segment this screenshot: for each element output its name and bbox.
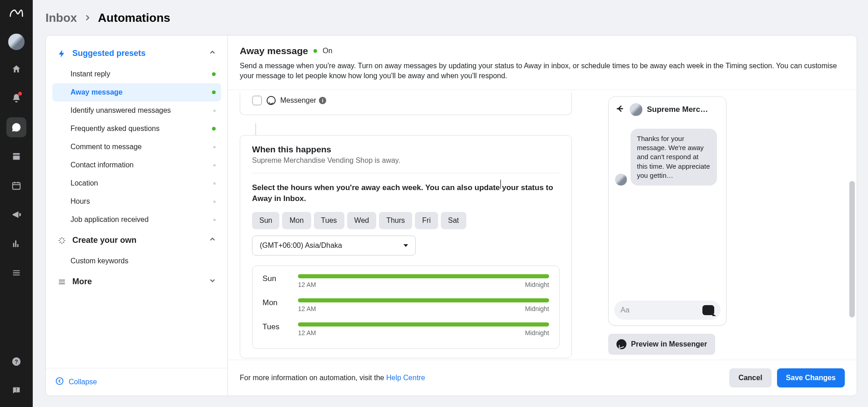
preset-label: Instant reply bbox=[71, 70, 110, 78]
day-pill-mon[interactable]: Mon bbox=[282, 212, 311, 229]
ads-icon[interactable] bbox=[6, 205, 26, 225]
planner-icon[interactable] bbox=[6, 176, 26, 196]
svg-point-4 bbox=[56, 378, 63, 385]
divider bbox=[252, 173, 560, 173]
menu-icon[interactable] bbox=[6, 263, 26, 283]
when-title: When this happens bbox=[252, 145, 560, 155]
preset-label: Custom keywords bbox=[71, 257, 128, 265]
preview-button-label: Preview in Messenger bbox=[631, 340, 707, 348]
day-pill-wed[interactable]: Wed bbox=[347, 212, 377, 229]
text-cursor-icon bbox=[500, 180, 501, 189]
insights-icon[interactable] bbox=[6, 234, 26, 254]
preview-in-messenger-button[interactable]: Preview in Messenger bbox=[608, 334, 715, 355]
day-pill-sun[interactable]: Sun bbox=[252, 212, 279, 229]
status-dot-icon bbox=[213, 201, 216, 203]
preset-contact-info[interactable]: Contact information bbox=[52, 156, 221, 174]
preset-location[interactable]: Location bbox=[52, 174, 221, 192]
when-this-happens-panel: When this happens Supreme Merchandise Ve… bbox=[240, 135, 572, 359]
sparkle-icon bbox=[57, 236, 67, 245]
help-centre-link[interactable]: Help Centre bbox=[386, 374, 425, 382]
day-pill-sat[interactable]: Sat bbox=[441, 212, 466, 229]
messenger-label: Messenger i bbox=[280, 96, 326, 105]
profile-avatar[interactable] bbox=[8, 34, 25, 50]
create-your-own-header[interactable]: Create your own bbox=[49, 229, 225, 252]
timezone-value: (GMT+06:00) Asia/Dhaka bbox=[260, 241, 342, 250]
preset-faq[interactable]: Frequently asked questions bbox=[52, 120, 221, 138]
save-changes-button[interactable]: Save Changes bbox=[777, 368, 845, 387]
lightning-icon bbox=[57, 49, 67, 58]
chevron-up-icon bbox=[208, 235, 217, 246]
posts-icon[interactable] bbox=[6, 146, 26, 166]
meta-logo-icon bbox=[10, 6, 23, 22]
preset-custom-keywords[interactable]: Custom keywords bbox=[52, 252, 221, 270]
schedule-end-label: Midnight bbox=[525, 281, 549, 288]
caret-down-icon bbox=[404, 244, 408, 247]
preset-away-message[interactable]: Away message bbox=[52, 83, 221, 101]
preset-comment-to-message[interactable]: Comment to message bbox=[52, 138, 221, 156]
preset-label: Identify unanswered messages bbox=[71, 106, 171, 115]
chevron-right-icon bbox=[83, 11, 91, 25]
preset-instant-reply[interactable]: Instant reply bbox=[52, 65, 221, 83]
status-dot-icon bbox=[212, 90, 216, 94]
more-header[interactable]: More bbox=[49, 270, 225, 293]
day-pill-tues[interactable]: Tues bbox=[314, 212, 344, 229]
help-icon[interactable]: ? bbox=[6, 352, 26, 372]
notifications-icon[interactable] bbox=[6, 88, 26, 108]
preview-avatar bbox=[630, 103, 642, 116]
schedule-end-label: Midnight bbox=[525, 305, 549, 312]
scrollbar[interactable] bbox=[849, 181, 855, 317]
timezone-select[interactable]: (GMT+06:00) Asia/Dhaka bbox=[252, 236, 416, 256]
messenger-checkbox[interactable] bbox=[252, 95, 262, 106]
status-dot-icon bbox=[213, 182, 216, 185]
schedule-row: Tues 12 AM Midnight bbox=[262, 322, 549, 337]
suggested-presets-label: Suggested presets bbox=[72, 49, 146, 58]
schedule-box: Sun 12 AM Midnight bbox=[252, 266, 560, 349]
schedule-slider[interactable] bbox=[298, 298, 549, 302]
preset-label: Away message bbox=[71, 88, 122, 96]
svg-text:!: ! bbox=[15, 387, 17, 392]
breadcrumb-inbox[interactable]: Inbox bbox=[45, 11, 77, 25]
preset-job-application[interactable]: Job application received bbox=[52, 211, 221, 229]
info-icon[interactable]: i bbox=[319, 97, 326, 104]
cancel-button[interactable]: Cancel bbox=[729, 368, 771, 387]
footer-info: For more information on automation, visi… bbox=[240, 374, 425, 382]
status-dot-icon bbox=[213, 110, 216, 112]
status-text: On bbox=[323, 47, 332, 55]
preset-label: Job application received bbox=[71, 216, 149, 224]
preset-label: Hours bbox=[71, 197, 90, 206]
inbox-icon[interactable] bbox=[6, 117, 26, 137]
schedule-start-label: 12 AM bbox=[298, 329, 316, 337]
breadcrumb-automations: Automations bbox=[98, 11, 170, 25]
message-preview: Supreme Merc… Thanks for your message. W… bbox=[608, 96, 727, 326]
more-label: More bbox=[72, 277, 92, 286]
page-title: Away message bbox=[240, 45, 308, 56]
preset-label: Location bbox=[71, 179, 98, 187]
schedule-start-label: 12 AM bbox=[298, 281, 316, 288]
schedule-slider[interactable] bbox=[298, 322, 549, 327]
suggested-presets-header[interactable]: Suggested presets bbox=[49, 42, 225, 65]
page-description: Send a message when you're away. Turn on… bbox=[240, 61, 845, 81]
schedule-day-label: Tues bbox=[262, 322, 286, 332]
day-pill-thurs[interactable]: Thurs bbox=[379, 212, 412, 229]
schedule-day-label: Sun bbox=[262, 274, 286, 283]
preview-composer: Aa bbox=[614, 301, 721, 320]
day-pill-fri[interactable]: Fri bbox=[415, 212, 438, 229]
report-icon[interactable]: ! bbox=[6, 381, 26, 401]
schedule-slider[interactable] bbox=[298, 274, 549, 278]
preset-hours[interactable]: Hours bbox=[52, 192, 221, 211]
collapse-icon bbox=[55, 377, 64, 387]
schedule-start-label: 12 AM bbox=[298, 305, 316, 312]
status-dot-icon bbox=[212, 127, 216, 131]
home-icon[interactable] bbox=[6, 59, 26, 79]
create-your-own-label: Create your own bbox=[72, 236, 136, 245]
preview-back-icon[interactable] bbox=[615, 104, 625, 116]
composer-placeholder: Aa bbox=[621, 306, 630, 314]
collapse-button[interactable]: Collapse bbox=[46, 368, 227, 396]
status-on-dot-icon bbox=[313, 49, 317, 53]
chevron-up-icon bbox=[208, 48, 217, 59]
messenger-icon bbox=[616, 339, 626, 349]
status-dot-icon bbox=[212, 72, 216, 76]
preset-identify-unanswered[interactable]: Identify unanswered messages bbox=[52, 101, 221, 120]
schedule-day-label: Mon bbox=[262, 298, 286, 307]
schedule-row: Mon 12 AM Midnight bbox=[262, 298, 549, 312]
